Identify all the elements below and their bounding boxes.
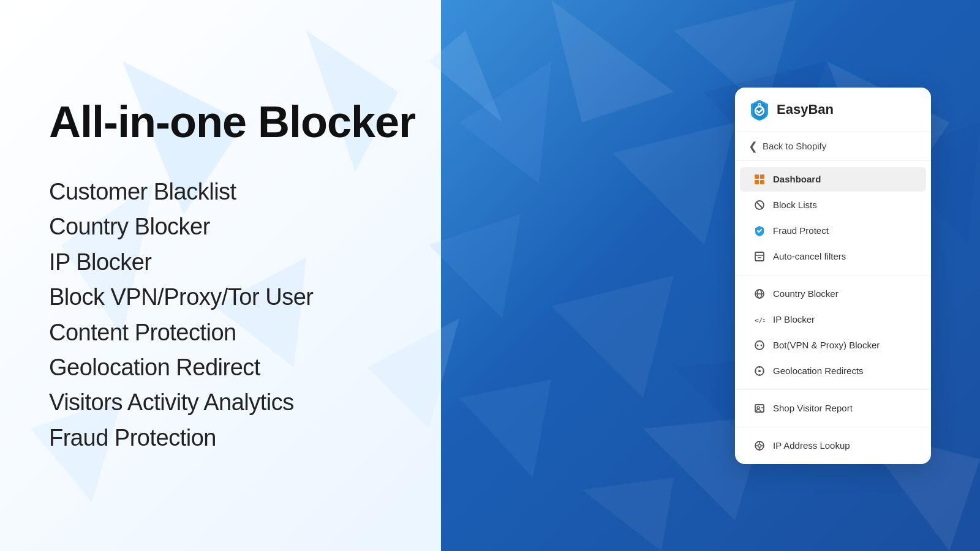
nav-label-country-blocker: Country Blocker [773, 288, 839, 299]
nav-item-geolocation[interactable]: Geolocation Redirects [740, 359, 926, 383]
nav-label-ip-blocker: IP Blocker [773, 314, 815, 324]
feature-item: Customer Blacklist [49, 177, 698, 207]
svg-rect-27 [760, 174, 764, 179]
nav-item-bot-blocker[interactable]: Bot(VPN & Proxy) Blocker [740, 333, 926, 358]
nav-label-geolocation: Geolocation Redirects [773, 365, 864, 376]
svg-point-49 [757, 407, 760, 409]
nav-section-main: DashboardBlock ListsFraud ProtectAuto-ca… [735, 161, 931, 276]
nav-item-fraud-protect[interactable]: Fraud Protect [740, 219, 926, 243]
visitor-report-icon [753, 402, 766, 414]
svg-rect-26 [755, 174, 759, 179]
svg-point-25 [759, 103, 761, 105]
nav-label-ip-lookup: IP Address Lookup [773, 440, 850, 451]
easyban-logo-icon [748, 99, 771, 121]
dashboard-icon [753, 173, 766, 186]
auto-cancel-icon [753, 250, 766, 263]
nav-label-bot-blocker: Bot(VPN & Proxy) Blocker [773, 340, 880, 350]
nav-item-ip-blocker[interactable]: </>IP Blocker [740, 307, 926, 332]
svg-point-39 [755, 341, 764, 350]
back-arrow-icon: ❮ [748, 140, 758, 153]
nav-section-tools: Country Blocker</>IP BlockerBot(VPN & Pr… [735, 276, 931, 390]
feature-item: Visitors Activity Analytics [49, 388, 698, 418]
nav-item-auto-cancel[interactable]: Auto-cancel filters [740, 244, 926, 269]
nav-label-auto-cancel: Auto-cancel filters [773, 251, 846, 261]
nav-section-utilities: IP Address Lookup [735, 427, 931, 464]
svg-text:</>: </> [755, 317, 765, 324]
logo-text: EasyBan [777, 102, 834, 118]
svg-point-43 [758, 370, 761, 372]
bot-blocker-icon [753, 339, 766, 351]
feature-item: IP Blocker [49, 247, 698, 277]
svg-point-40 [757, 344, 759, 346]
nav-item-ip-lookup[interactable]: IP Address Lookup [740, 433, 926, 458]
back-to-shopify-label: Back to Shopify [763, 141, 826, 151]
ip-blocker-icon: </> [753, 313, 766, 326]
nav-container: DashboardBlock ListsFraud ProtectAuto-ca… [735, 161, 931, 464]
sidebar-card: EasyBan ❮ Back to Shopify DashboardBlock… [735, 88, 931, 464]
back-to-shopify-button[interactable]: ❮ Back to Shopify [735, 132, 931, 161]
svg-point-41 [761, 344, 763, 346]
feature-item: Country Blocker [49, 212, 698, 242]
feature-list: Customer BlacklistCountry BlockerIP Bloc… [49, 177, 698, 453]
svg-point-52 [758, 444, 761, 447]
feature-item: Block VPN/Proxy/Tor User [49, 282, 698, 312]
nav-section-reports: Shop Visitor Report [735, 390, 931, 427]
nav-item-dashboard[interactable]: Dashboard [740, 167, 926, 192]
country-blocker-icon [753, 288, 766, 300]
geolocation-icon [753, 365, 766, 377]
svg-rect-28 [755, 180, 759, 184]
nav-label-block-lists: Block Lists [773, 200, 817, 210]
sidebar-header: EasyBan [735, 88, 931, 132]
nav-item-visitor-report[interactable]: Shop Visitor Report [740, 396, 926, 421]
nav-label-visitor-report: Shop Visitor Report [773, 403, 853, 413]
nav-label-fraud-protect: Fraud Protect [773, 225, 829, 236]
svg-rect-32 [755, 252, 764, 261]
nav-item-block-lists[interactable]: Block Lists [740, 193, 926, 217]
feature-item: Fraud Protection [49, 423, 698, 453]
feature-item: Content Protection [49, 318, 698, 348]
svg-rect-29 [760, 180, 764, 184]
feature-item: Geolocation Redirect [49, 353, 698, 383]
block-lists-icon [753, 199, 766, 211]
fraud-protect-icon [753, 225, 766, 237]
main-content: All-in-one Blocker Customer BlacklistCou… [0, 0, 980, 551]
ip-lookup-icon [753, 440, 766, 452]
page-title: All-in-one Blocker [49, 98, 698, 146]
left-section: All-in-one Blocker Customer BlacklistCou… [49, 98, 735, 453]
nav-label-dashboard: Dashboard [773, 174, 821, 184]
nav-item-country-blocker[interactable]: Country Blocker [740, 282, 926, 306]
svg-line-31 [756, 201, 763, 208]
